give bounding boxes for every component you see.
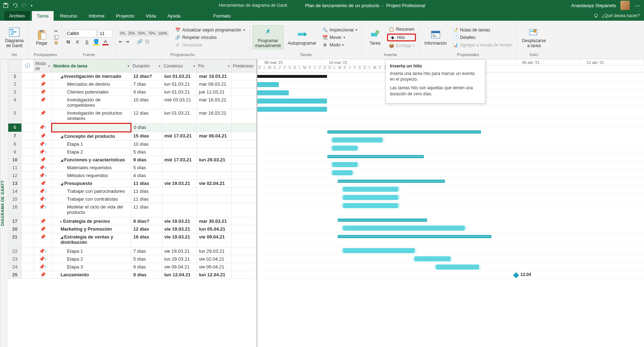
predecessor-cell[interactable] — [231, 164, 256, 172]
gantt-bar[interactable] — [415, 256, 450, 261]
respect-links-button[interactable]: 🔗Respetar vínculos — [173, 34, 246, 41]
table-row[interactable]: 21📌◢Estrategia de ventas y distribución1… — [8, 233, 257, 247]
finish-cell[interactable]: vie 09.04.21 — [197, 233, 231, 247]
info-cell[interactable] — [22, 263, 34, 271]
duration-cell[interactable]: 11 días — [131, 180, 162, 187]
mode-button[interactable]: ⚙Modo ▾ — [321, 42, 359, 48]
gantt-bar[interactable] — [338, 235, 491, 238]
view-tab-vertical[interactable]: DIAGRAMA DE GANTT — [0, 59, 8, 347]
row-number[interactable]: 20 — [8, 225, 22, 233]
col-rownum[interactable] — [8, 60, 22, 72]
row-number[interactable]: 15 — [8, 195, 22, 203]
predecessor-cell[interactable] — [231, 72, 256, 80]
duration-cell[interactable]: 10 días — [131, 140, 162, 148]
gantt-row[interactable] — [257, 263, 644, 271]
tab-tarea[interactable]: Tarea — [32, 11, 54, 21]
info-cell[interactable] — [22, 156, 34, 164]
task-name-cell[interactable]: Etapa 2 — [52, 148, 131, 156]
task-name-cell[interactable]: Etapa 3 — [52, 263, 131, 271]
mode-cell[interactable]: 📌 — [34, 180, 52, 187]
table-row[interactable]: 24📌?Etapa 36 díasvie 09.04.21vie 09.04.2… — [8, 263, 257, 271]
finish-cell[interactable] — [197, 172, 231, 180]
row-number[interactable]: 22 — [8, 247, 22, 255]
row-number[interactable]: 3 — [8, 88, 22, 96]
duration-cell[interactable]: 0 días — [131, 271, 162, 279]
finish-cell[interactable]: mar 09.03.21 — [197, 80, 231, 88]
row-number[interactable]: 23 — [8, 255, 22, 263]
table-row[interactable]: 12📌?Métodos requeridos4 días — [8, 172, 257, 180]
start-cell[interactable] — [162, 164, 197, 172]
predecessor-cell[interactable] — [231, 180, 256, 187]
font-size-input[interactable] — [98, 30, 113, 37]
start-cell[interactable]: lun 01.03.21 — [162, 88, 197, 96]
table-row[interactable]: 9📌?Etapa 25 días — [8, 148, 257, 156]
mode-cell[interactable]: 📌? — [34, 263, 52, 271]
finish-cell[interactable] — [197, 187, 231, 195]
table-row[interactable]: 17📌▹Estrategia de precios8 días?vie 19.0… — [8, 217, 257, 225]
row-number[interactable]: 6 — [8, 124, 22, 132]
gantt-bar[interactable] — [332, 137, 382, 142]
col-mode[interactable]: Modo de▾ — [34, 60, 52, 72]
copy-icon[interactable] — [54, 35, 59, 40]
table-row[interactable]: 13📌◢Presupuesto11 díasvie 19.03.21vie 02… — [8, 180, 257, 187]
indent-pct-icons[interactable]: 0% 25% 50% 75% 100% — [119, 31, 168, 36]
finish-cell[interactable] — [197, 195, 231, 203]
gantt-bar[interactable] — [327, 130, 481, 134]
summary-button[interactable]: 📋Resumen — [387, 26, 416, 32]
col-duration[interactable]: Duración▾ — [131, 60, 162, 72]
duration-cell[interactable]: 15 días — [131, 132, 162, 140]
mode-cell[interactable]: 📌? — [34, 140, 52, 148]
predecessor-cell[interactable] — [231, 217, 256, 225]
start-cell[interactable]: lun 01.03.21 — [162, 80, 197, 88]
gantt-bar[interactable] — [257, 107, 327, 112]
task-name-cell[interactable]: ◢Investigación de mercado — [52, 72, 131, 80]
start-cell[interactable] — [162, 172, 197, 180]
start-cell[interactable]: vie 19.03.21 — [162, 233, 197, 247]
start-cell[interactable]: mié 17.03.21 — [162, 132, 197, 140]
font-name-input[interactable] — [65, 30, 96, 37]
gantt-bar[interactable] — [327, 155, 424, 158]
mode-cell[interactable]: 📌? — [34, 203, 52, 217]
start-cell[interactable]: vie 19.03.21 — [162, 225, 197, 233]
predecessor-cell[interactable] — [231, 124, 256, 132]
mode-cell[interactable]: 📌? — [34, 164, 52, 172]
format-painter-icon[interactable] — [54, 41, 59, 46]
col-name[interactable]: Nombre de tarea▾ — [52, 60, 131, 72]
minimize-button[interactable]: — — [634, 3, 641, 8]
finish-cell[interactable]: mar 16.03.21 — [197, 96, 231, 109]
mode-cell[interactable]: 📌 — [34, 72, 52, 80]
table-row[interactable]: 8📌?Etapa 110 días — [8, 140, 257, 148]
predecessor-cell[interactable] — [231, 96, 256, 109]
row-number[interactable]: 8 — [8, 140, 22, 148]
finish-cell[interactable]: vie 09.04.21 — [197, 263, 231, 271]
predecessor-cell[interactable] — [231, 187, 256, 195]
mode-cell[interactable]: 📌 — [34, 132, 52, 140]
task-name-cell[interactable]: Trabajar con patrocinadores — [52, 187, 131, 195]
details-button[interactable]: 📄Detalles — [451, 34, 514, 41]
table-row[interactable]: 25📌Lanzamiento0 díaslun 12.04.21lun 12.0… — [8, 271, 257, 279]
gantt-bar[interactable] — [343, 195, 398, 200]
duration-cell[interactable]: 9 días — [131, 156, 162, 164]
finish-cell[interactable]: jue 11.03.21 — [197, 88, 231, 96]
row-number[interactable]: 14 — [8, 187, 22, 195]
gantt-bar[interactable] — [338, 218, 427, 222]
row-number[interactable]: 24 — [8, 263, 22, 271]
mode-cell[interactable]: 📌? — [34, 187, 52, 195]
tab-vista[interactable]: Vista — [141, 11, 161, 21]
gantt-bar[interactable] — [343, 226, 465, 231]
table-row[interactable]: 14📌?Trabajar con patrocinadores11 días — [8, 187, 257, 195]
duration-cell[interactable]: 5 días — [131, 148, 162, 156]
table-row[interactable]: 4📌Investigación de competidores10 díasmi… — [8, 96, 257, 109]
deliverable-button[interactable]: 📦Entrega ▾ — [387, 42, 416, 49]
task-name-cell[interactable]: Trabajar con contratistas — [52, 195, 131, 203]
predecessor-cell[interactable] — [231, 271, 256, 279]
task-name-cell[interactable]: Métodos requeridos — [52, 172, 131, 180]
start-cell[interactable]: lun 01.03.21 — [162, 72, 197, 80]
mode-cell[interactable]: 📌? — [34, 247, 52, 255]
info-cell[interactable] — [22, 247, 34, 255]
mode-cell[interactable]: 📌 — [34, 88, 52, 96]
milestone-marker[interactable] — [513, 272, 519, 278]
predecessor-cell[interactable] — [231, 263, 256, 271]
start-cell[interactable]: mié 03.03.21 — [162, 96, 197, 109]
finish-cell[interactable] — [197, 164, 231, 172]
